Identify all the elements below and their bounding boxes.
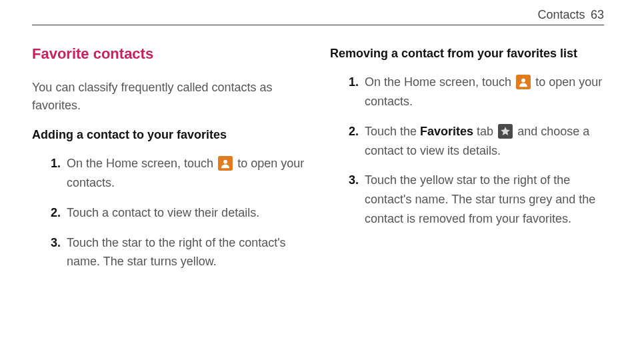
step-item: 2. Touch the Favorites tab and choose a … [349,122,604,161]
step-number: 2. [349,122,359,141]
section-title: Favorite contacts [32,45,306,63]
contacts-icon [218,156,233,171]
header-page-number: 63 [591,8,604,21]
step-text-pre: Touch the star to the right of the conta… [67,236,286,269]
step-text-pre: Touch the yellow star to the right of th… [365,173,595,225]
right-column: Removing a contact from your favorites l… [330,45,604,282]
step-text-pre: Touch the [365,125,420,138]
svg-point-3 [521,79,525,83]
step-item: 3. Touch the yellow star to the right of… [349,171,604,228]
header-section: Contacts [537,8,585,21]
step-item: 1. On the Home screen, touch to open you… [349,73,604,111]
step-number: 1. [51,154,61,173]
contacts-icon [516,75,531,89]
star-icon [498,124,513,139]
steps-list-remove: 1. On the Home screen, touch to open you… [330,73,604,229]
steps-list-add: 1. On the Home screen, touch to open you… [32,154,306,271]
favorites-label: Favorites [420,125,473,138]
step-text-pre: On the Home screen, touch [365,75,515,89]
step-text-pre: On the Home screen, touch [67,157,217,170]
intro-text: You can classify frequently called conta… [32,79,306,115]
svg-point-1 [223,160,227,164]
page-header: Contacts 63 [32,8,604,25]
step-item: 1. On the Home screen, touch to open you… [51,154,306,193]
step-number: 1. [349,73,359,92]
step-text-pre: Touch a contact to view their details. [67,206,259,219]
left-column: Favorite contacts You can classify frequ… [32,45,306,282]
step-number: 3. [349,171,359,190]
step-number: 3. [51,233,61,253]
step-item: 2. Touch a contact to view their details… [51,203,306,223]
content-columns: Favorite contacts You can classify frequ… [32,45,604,282]
step-item: 3. Touch the star to the right of the co… [51,233,306,272]
manual-page: Contacts 63 Favorite contacts You can cl… [0,0,636,364]
subsection-title-add: Adding a contact to your favorites [32,127,306,143]
subsection-title-remove: Removing a contact from your favorites l… [330,45,604,62]
step-text-mid: tab [473,125,497,138]
step-number: 2. [51,203,61,223]
